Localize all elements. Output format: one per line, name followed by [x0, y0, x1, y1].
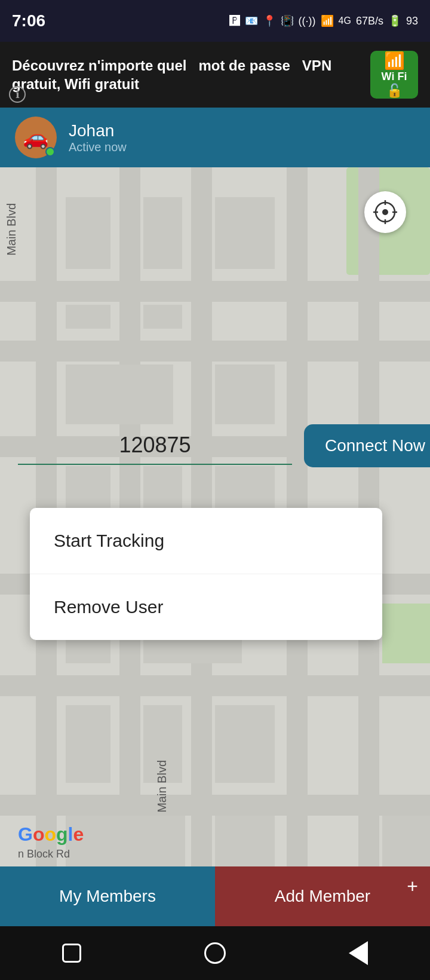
lte-icon: 4G [339, 16, 351, 26]
user-info: Johan Active now [69, 121, 127, 154]
recent-apps-button[interactable] [57, 938, 87, 968]
vibrate-icon: 📳 [281, 14, 294, 27]
lock-icon: 🔓 [386, 83, 403, 99]
parking-icon: 🅿 [229, 15, 240, 27]
signal-icon: 📶 [321, 14, 334, 27]
add-member-button[interactable]: Add Member + [215, 866, 430, 926]
my-members-label: My Members [59, 887, 156, 906]
input-row: Connect Now [0, 424, 430, 467]
code-input[interactable] [18, 427, 292, 465]
android-nav-bar [0, 926, 430, 980]
remove-user-item[interactable]: Remove User [30, 574, 382, 640]
user-header: 🚗 Johan Active now [0, 108, 430, 167]
road-label: n Block Rd [18, 848, 70, 860]
google-g: G [18, 823, 33, 846]
triangle-icon [349, 941, 368, 965]
user-name: Johan [69, 121, 127, 140]
bottom-nav: My Members Add Member + [0, 866, 430, 926]
ad-text-1: Découvrez n'importe quel [12, 57, 186, 74]
mail-icon: 📧 [245, 14, 258, 27]
home-button[interactable] [200, 938, 230, 968]
google-watermark: G o o g l e [18, 823, 84, 846]
square-icon [62, 944, 81, 963]
my-members-button[interactable]: My Members [0, 866, 215, 926]
avatar-icon: 🚗 [23, 125, 49, 150]
map-area[interactable]: Main Blvd Connect Now Start Tracking Rem… [0, 167, 430, 932]
circle-icon [204, 942, 226, 964]
ad-info-icon[interactable]: ℹ [9, 86, 26, 103]
battery-icon: 🔋 [388, 14, 401, 27]
status-bar: 7:06 🅿 📧 📍 📳 ((·)) 📶 4G 67B/s 🔋 93 [0, 0, 430, 42]
ad-wifi-badge: 📶 Wi Fi 🔓 [370, 51, 418, 99]
google-o2: o [44, 823, 56, 846]
context-menu: Start Tracking Remove User [30, 508, 382, 640]
battery-percent: 93 [406, 15, 418, 27]
connect-now-button[interactable]: Connect Now [304, 424, 430, 467]
status-time: 7:06 [12, 11, 45, 30]
battery-text: 67B/s [356, 15, 383, 27]
wifi-ring-icon: ((·)) [299, 15, 316, 27]
back-button[interactable] [343, 938, 373, 968]
ad-text: Découvrez n'importe quel mot de passe VP… [12, 56, 364, 93]
google-g2: g [56, 823, 68, 846]
user-status: Active now [69, 140, 127, 154]
svg-point-37 [382, 209, 388, 215]
main-blvd-center-label: Main Blvd [155, 760, 169, 813]
location-icon: 📍 [263, 14, 276, 27]
wifi-label: Wi Fi [382, 71, 407, 83]
google-l: l [68, 823, 73, 846]
wifi-icon: 📶 [384, 51, 405, 71]
online-indicator [45, 147, 55, 157]
avatar-container: 🚗 [15, 117, 57, 158]
add-member-label: Add Member [275, 887, 370, 906]
status-icons: 🅿 📧 📍 📳 ((·)) 📶 4G 67B/s 🔋 93 [229, 14, 418, 27]
location-button[interactable] [364, 191, 406, 233]
plus-icon: + [407, 875, 418, 898]
ad-banner: ℹ Découvrez n'importe quel mot de passe … [0, 42, 430, 108]
main-blvd-left-label: Main Blvd [5, 203, 19, 256]
start-tracking-item[interactable]: Start Tracking [30, 508, 382, 574]
ad-text-2: mot de passe [198, 57, 290, 74]
target-icon [373, 200, 397, 224]
google-e: e [73, 823, 84, 846]
google-o1: o [33, 823, 45, 846]
